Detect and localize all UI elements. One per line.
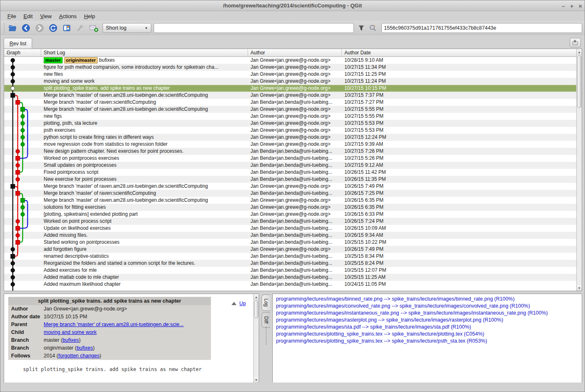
commit-row[interactable]: Merge branch 'master' of raven:scientifi… <box>4 99 576 106</box>
commit-row[interactable]: Small updates on pointprocessesJan Benda… <box>4 162 576 169</box>
commit-row[interactable]: Added matlab code to mle chapterJan Bend… <box>4 274 576 281</box>
edit-find-icon[interactable] <box>368 23 378 33</box>
commit-row[interactable]: moving and some workJan Grewe<jan.grewe@… <box>4 78 576 85</box>
commit-message: split plotting_spike trains. add spike t… <box>44 85 170 91</box>
commit-row[interactable]: Merge branch 'master' of raven.am28.uni-… <box>4 106 576 113</box>
detail-link[interactable]: bufixes <box>77 345 93 351</box>
commit-row[interactable]: [plotting, spiketrains] extended plottin… <box>4 211 576 218</box>
commit-row[interactable]: Added missing files.Jan Benda<jan.benda@… <box>4 232 576 239</box>
reload-icon[interactable] <box>48 23 58 33</box>
commit-message: Started working on pointprocesses <box>44 239 119 245</box>
commit-row[interactable]: Merge branch 'master' of raven.am28.uni-… <box>4 92 576 99</box>
scrollbar-thumb[interactable] <box>577 55 581 108</box>
commit-row[interactable]: masterorigin/masterbufixesJan Grewe<jan.… <box>4 57 576 64</box>
detail-link[interactable]: moving and some work <box>44 329 97 335</box>
side-tab-diff[interactable]: Diff <box>262 312 270 328</box>
author-cell: Jan Grewe<jan.grewe@g-node.org> <box>248 246 342 253</box>
commit-message: Merge branch 'master' of raven:scientifi… <box>44 190 156 196</box>
column-header-author[interactable]: Author <box>248 49 342 56</box>
tab-rev-list[interactable]: Rev list <box>4 38 32 49</box>
file-rename-entry[interactable]: programming/lectures/images/convolved_ra… <box>273 303 582 310</box>
magic-wand-icon[interactable] <box>75 23 86 33</box>
detail-link[interactable]: forgotten changes <box>58 353 99 359</box>
menu-item-view[interactable]: View <box>36 12 55 20</box>
author-date-cell: 10/26/15 6:35 PM <box>342 204 576 211</box>
commit-row[interactable]: move regression code from statistics to … <box>4 141 576 148</box>
commit-row[interactable]: Started working on pointprocessesJan Ben… <box>4 239 576 246</box>
column-header-author-date[interactable]: Author Date <box>342 49 576 56</box>
sha-input[interactable] <box>381 23 582 33</box>
minimize-button[interactable]: – <box>562 3 565 9</box>
log-view-select[interactable]: Short log ▼ <box>103 23 151 33</box>
author-cell: Jan Benda<jan.benda@uni-tuebing... <box>248 155 342 162</box>
splitter-handle[interactable] <box>266 327 267 345</box>
close-button[interactable]: × <box>578 3 582 9</box>
commit-row[interactable]: figure for psth method comparsion, some … <box>4 64 576 71</box>
scroll-down-arrow-icon[interactable]: ▼ <box>577 285 582 291</box>
commit-row[interactable]: Added exercises for mleJan Benda<jan.ben… <box>4 267 576 274</box>
commit-row[interactable]: python script to create firing rates in … <box>4 134 576 141</box>
commit-row[interactable]: New design pattern chapter. Next exercis… <box>4 148 576 155</box>
commit-row[interactable]: Worked on point process scriptJan Benda<… <box>4 218 576 225</box>
graph-cell <box>4 78 41 85</box>
open-icon[interactable] <box>7 23 18 33</box>
maximize-button[interactable]: + <box>570 3 573 9</box>
tab-list-button[interactable] <box>570 38 581 47</box>
commit-row[interactable]: add forgotten figureJan Grewe<jan.grewe@… <box>4 246 576 253</box>
file-rename-entry[interactable]: programming/lectures/images/instantaneou… <box>273 310 582 317</box>
file-rename-entry[interactable]: programming/lectures/images/sta.pdf --> … <box>273 324 582 331</box>
back-icon[interactable] <box>21 23 31 33</box>
file-rename-entry[interactable]: programming/lectures/images/binned_rate.… <box>273 296 582 303</box>
commit-row[interactable]: new filesJan Grewe<jan.grewe@g-node.org>… <box>4 71 576 78</box>
commit-row[interactable]: new figsJan Grewe<jan.grewe@g-node.org>1… <box>4 113 576 120</box>
commit-row[interactable]: New exercise for point processesJan Bend… <box>4 176 576 183</box>
menu-item-edit[interactable]: Edit <box>20 12 36 20</box>
detail-label: Branch <box>8 336 44 344</box>
commit-row[interactable]: plotting, psth, sta lectureJan Grewe<jan… <box>4 120 576 127</box>
detail-link[interactable]: Merge branch 'master' of raven.am28.uni-… <box>44 322 184 327</box>
commit-row[interactable]: Merge branch 'master' of raven.am28.uni-… <box>4 197 576 204</box>
menu-item-actions[interactable]: Actions <box>55 12 80 20</box>
toolbar-drag-handle[interactable] <box>4 23 5 33</box>
forward-icon[interactable] <box>34 23 45 33</box>
commit-row[interactable]: renamed descriptive-statisticsJan Benda<… <box>4 253 576 260</box>
commit-row[interactable]: Added maximum likelihood chapterJan Bend… <box>4 281 576 288</box>
scroll-down-arrow-icon[interactable]: ▼ <box>254 377 259 383</box>
commit-row[interactable]: Fixed pointprocess scriptJan Benda<jan.b… <box>4 169 576 176</box>
commit-row[interactable]: Worked on pointprocess exercisesJan Bend… <box>4 155 576 162</box>
author-cell: Jan Benda<jan.benda@uni-tuebing... <box>248 190 342 197</box>
detail-value: 10/27/15 10:15 PM <box>44 313 87 321</box>
file-rename-entry[interactable]: programming/lectures/plotting_spike_trai… <box>273 331 582 338</box>
filter-input[interactable] <box>154 23 354 33</box>
short-log-cell: python script to create firing rates in … <box>41 134 248 141</box>
column-header-graph[interactable]: Graph <box>4 49 41 56</box>
menu-item-help[interactable]: Help <box>80 12 99 20</box>
commit-row[interactable]: split plotting_spike trains. add spike t… <box>4 85 576 92</box>
up-link[interactable]: Up <box>239 301 246 306</box>
commit-row[interactable]: solutions for fitting exercisesJan Grewe… <box>4 204 576 211</box>
scroll-up-arrow-icon[interactable]: ▲ <box>577 49 582 55</box>
commit-row[interactable]: Merge branch 'master' of raven:scientifi… <box>4 190 576 197</box>
file-rename-entry[interactable]: programming/lectures/images/rasterplot.p… <box>273 317 582 324</box>
commit-row[interactable]: psth exercisesJan Grewe<jan.grewe@g-node… <box>4 127 576 134</box>
commit-row[interactable]: Merge branch 'master' of raven.am28.uni-… <box>4 183 576 190</box>
detail-scrollbar: ▲ ▼ <box>253 294 259 383</box>
table-header: Graph Short Log Author Author Date <box>4 49 576 57</box>
view-patch-icon[interactable] <box>61 23 72 33</box>
commit-row[interactable]: Update on likelihood exercisesJan Benda<… <box>4 225 576 232</box>
short-log-cell: Merge branch 'master' of raven.am28.uni-… <box>41 92 248 99</box>
file-rename-entry[interactable]: programming/lectures/plotting_spike_trai… <box>273 338 582 345</box>
menu-item-file[interactable]: File <box>4 12 20 20</box>
column-header-short-log[interactable]: Short Log <box>41 49 248 56</box>
short-log-cell: figure for psth method comparsion, some … <box>41 64 248 71</box>
commit-row[interactable]: Reorganized the folders and started a co… <box>4 260 576 267</box>
detail-link[interactable]: bufixes <box>63 337 79 343</box>
scrollbar-thumb[interactable] <box>254 300 258 318</box>
scroll-up-arrow-icon[interactable]: ▲ <box>254 294 259 300</box>
commit-message: Worked on pointprocess exercises <box>44 155 119 161</box>
filter-tree-icon[interactable] <box>356 23 366 33</box>
commit-message: figure for psth method comparsion, some … <box>44 64 218 70</box>
save-patch-icon[interactable] <box>89 23 99 33</box>
side-tab-log[interactable]: Log <box>262 294 270 311</box>
author-cell: Jan Benda<jan.benda@uni-tuebing... <box>248 176 342 183</box>
